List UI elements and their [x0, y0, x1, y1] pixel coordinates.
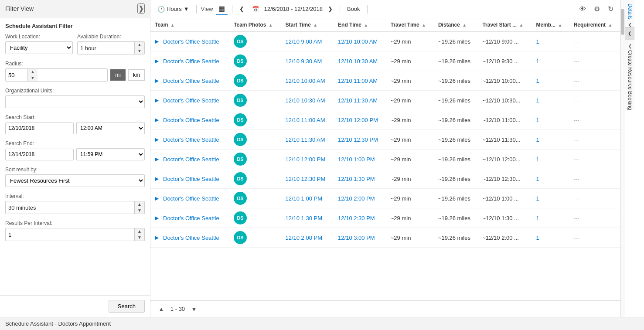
- details-collapse-btn[interactable]: ❮: [628, 22, 632, 27]
- row-expand-btn[interactable]: ▶: [155, 235, 160, 241]
- details-label[interactable]: Details: [627, 3, 633, 20]
- duration-down-btn[interactable]: ▼: [135, 48, 144, 54]
- filter-panel-collapse-btn[interactable]: ❱: [137, 3, 145, 14]
- travel-time-cell: ~29 min: [386, 91, 434, 110]
- radius-km-btn[interactable]: km: [128, 69, 145, 81]
- col-team[interactable]: Team ▲: [150, 18, 229, 32]
- team-name-cell: ▶ Doctor's Office Seattle: [150, 228, 229, 248]
- col-travel-time[interactable]: Travel Time ▲: [386, 18, 434, 32]
- radius-down-btn[interactable]: ▼: [28, 75, 37, 81]
- distance-cell: ~19.26 miles: [434, 130, 478, 150]
- search-button[interactable]: Search: [109, 300, 145, 313]
- start-time-cell: 12/10 11:30 AM: [281, 130, 334, 150]
- booking-bar[interactable]: ❮ Create Resource Booking: [625, 40, 634, 110]
- org-units-select[interactable]: [5, 95, 145, 108]
- org-units-block: Organizational Units:: [5, 88, 145, 108]
- filter-panel: Filter View ❱ Schedule Assistant Filter …: [0, 0, 150, 317]
- duration-up-btn[interactable]: ▲: [135, 42, 144, 48]
- table-row[interactable]: ▶ Doctor's Office Seattle DS 12/10 10:30…: [150, 91, 620, 110]
- table-row[interactable]: ▶ Doctor's Office Seattle DS 12/10 1:00 …: [150, 189, 620, 208]
- table-row[interactable]: ▶ Doctor's Office Seattle DS 12/10 2:00 …: [150, 228, 620, 248]
- team-name-cell: ▶ Doctor's Office Seattle: [150, 110, 229, 130]
- view-label: View: [201, 6, 213, 12]
- eye-icon-btn[interactable]: 👁: [576, 3, 589, 15]
- row-expand-btn[interactable]: ▶: [155, 78, 160, 84]
- grid-view-btn[interactable]: ▦: [216, 3, 228, 15]
- page-prev-btn[interactable]: ▲: [156, 304, 167, 314]
- filter-panel-title: Filter View: [5, 5, 34, 12]
- table-row[interactable]: ▶ Doctor's Office Seattle DS 12/10 11:00…: [150, 110, 620, 130]
- row-expand-btn[interactable]: ▶: [155, 215, 160, 221]
- end-time-cell: 12/10 10:00 AM: [334, 32, 386, 51]
- table-row[interactable]: ▶ Doctor's Office Seattle DS 12/10 10:00…: [150, 71, 620, 91]
- radius-mi-btn[interactable]: mi: [110, 69, 126, 81]
- row-expand-btn[interactable]: ▶: [155, 117, 160, 123]
- col-start-time[interactable]: Start Time ▲: [281, 18, 334, 32]
- radius-up-btn[interactable]: ▲: [28, 69, 37, 75]
- travel-time-cell: ~29 min: [386, 189, 434, 208]
- row-expand-btn[interactable]: ▶: [155, 156, 160, 162]
- book-btn[interactable]: Book: [344, 4, 363, 14]
- status-bar: Schedule Assistant - Doctors Appointment: [0, 317, 644, 330]
- next-date-btn[interactable]: ❯: [325, 4, 335, 14]
- row-expand-btn[interactable]: ▶: [155, 38, 160, 44]
- search-end-date-wrap: 📅: [5, 149, 74, 160]
- col-travel-start[interactable]: Travel Start ... ▲: [478, 18, 532, 32]
- interval-down-btn[interactable]: ▼: [135, 208, 144, 214]
- search-end-label: Search End:: [5, 140, 145, 146]
- travel-start-cell: ~12/10 10:30...: [478, 91, 532, 110]
- search-end-date-input[interactable]: [6, 149, 74, 160]
- hours-btn[interactable]: 🕐 Hours ▼: [155, 4, 192, 14]
- refresh-icon-btn[interactable]: ↻: [605, 3, 616, 15]
- team-name-cell: ▶ Doctor's Office Seattle: [150, 150, 229, 169]
- settings-icon-btn[interactable]: ⚙: [591, 3, 603, 15]
- prev-date-btn[interactable]: ❮: [237, 4, 247, 14]
- results-up-btn[interactable]: ▲: [135, 228, 144, 235]
- table-row[interactable]: ▶ Doctor's Office Seattle DS 12/10 12:30…: [150, 169, 620, 189]
- table-row[interactable]: ▶ Doctor's Office Seattle DS 12/10 12:00…: [150, 150, 620, 169]
- page-next-btn[interactable]: ▼: [188, 304, 200, 314]
- results-down-btn[interactable]: ▼: [135, 235, 144, 241]
- table-row[interactable]: ▶ Doctor's Office Seattle DS 12/10 11:30…: [150, 130, 620, 150]
- sep-4: [367, 5, 368, 14]
- team-name: Doctor's Office Seattle: [163, 156, 219, 163]
- col-members[interactable]: Memb... ▲: [532, 18, 569, 32]
- col-requirement[interactable]: Requirement ▲: [569, 18, 620, 32]
- row-expand-btn[interactable]: ▶: [155, 58, 160, 64]
- table-row[interactable]: ▶ Doctor's Office Seattle DS 12/10 1:30 …: [150, 208, 620, 228]
- sort-result-block: Sort result by: Fewest Resources First M…: [5, 167, 145, 187]
- search-start-time-select[interactable]: 12:00 AM: [77, 122, 144, 134]
- avatar: DS: [234, 74, 247, 87]
- col-end-time[interactable]: End Time ▲: [334, 18, 386, 32]
- row-expand-btn[interactable]: ▶: [155, 97, 160, 103]
- search-start-date-input[interactable]: [6, 123, 74, 133]
- col-distance[interactable]: Distance ▲: [434, 18, 478, 32]
- sort-result-select[interactable]: Fewest Resources First Most Resources Fi…: [5, 174, 145, 187]
- avatar: DS: [234, 35, 247, 48]
- radius-input[interactable]: [6, 70, 27, 81]
- team-photos-cell: DS: [229, 71, 281, 91]
- requirement-cell: ---: [569, 71, 620, 91]
- row-expand-btn[interactable]: ▶: [155, 176, 160, 182]
- table-row[interactable]: ▶ Doctor's Office Seattle DS 12/10 9:30 …: [150, 51, 620, 71]
- travel-start-cell: ~12/10 9:30 ...: [478, 51, 532, 71]
- available-duration-field: Available Duration: 1 hour ▲ ▼: [77, 34, 145, 54]
- scrollbar-thumb[interactable]: [621, 9, 624, 35]
- row-expand-btn[interactable]: ▶: [155, 136, 160, 143]
- table-body: ▶ Doctor's Office Seattle DS 12/10 9:00 …: [150, 32, 620, 248]
- travel-time-cell: ~29 min: [386, 130, 434, 150]
- calendar-icon-btn[interactable]: 📅: [249, 4, 262, 14]
- team-name: Doctor's Office Seattle: [163, 38, 219, 45]
- search-end-time-select[interactable]: 11:59 PM: [77, 149, 144, 160]
- col-team-photos[interactable]: Team Photos ▲: [229, 18, 281, 32]
- team-name: Doctor's Office Seattle: [163, 176, 219, 182]
- row-expand-btn[interactable]: ▶: [155, 195, 160, 201]
- avatar: DS: [234, 192, 247, 205]
- interval-up-btn[interactable]: ▲: [135, 201, 144, 208]
- requirement-cell: ---: [569, 208, 620, 228]
- interval-arrows: ▲ ▼: [134, 201, 144, 214]
- right-panel-toggle[interactable]: ❮: [625, 27, 634, 40]
- work-location-select[interactable]: Facility Customer Organizational Unit: [5, 41, 73, 54]
- avatar: DS: [234, 54, 247, 68]
- table-row[interactable]: ▶ Doctor's Office Seattle DS 12/10 9:00 …: [150, 32, 620, 51]
